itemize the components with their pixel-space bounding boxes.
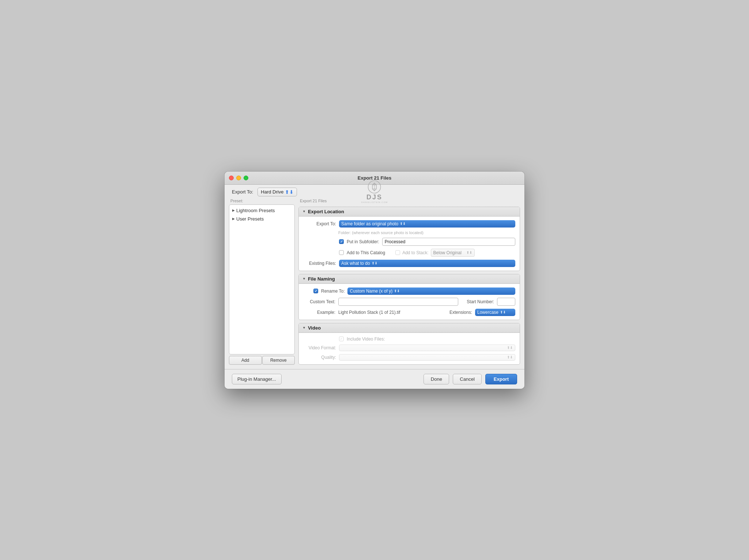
arrows-icon: ⬆⬇ (400, 222, 406, 226)
arrows-icon: ⬆⬇ (507, 356, 513, 359)
existing-files-dropdown[interactable]: Ask what to do ⬆⬇ (339, 260, 515, 267)
section-collapse-icon: ▼ (302, 326, 306, 330)
window-title: Export 21 Files (358, 175, 391, 181)
example-value: Light Pollution Stack (1 of 21).tif (338, 310, 447, 315)
start-number-label: Start Number: (461, 299, 494, 304)
arrows-icon: ⬆⬇ (394, 289, 400, 293)
example-label: Example: (303, 310, 335, 315)
arrows-icon: ⬆⬇ (500, 311, 506, 314)
file-naming-header[interactable]: ▼ File Naming (299, 274, 520, 284)
action-buttons: Done Cancel Export (424, 374, 517, 384)
remove-preset-button[interactable]: Remove (262, 356, 295, 365)
sidebar-item-label: User Presets (236, 216, 264, 222)
catalog-label: Add to This Catalog (347, 250, 385, 255)
export-files-label: Export 21 Files (298, 198, 520, 204)
minimize-button[interactable] (236, 176, 241, 180)
include-video-checkbox: ✓ (339, 337, 344, 341)
subfolder-checkbox[interactable] (339, 239, 344, 244)
subfolder-row: Put in Subfolder: (303, 238, 515, 246)
djs-subtitle: DANIELISTEIN.COM (361, 201, 388, 203)
chevron-up-down-icon: ⬆⬇ (285, 189, 294, 195)
export-to-value: Hard Drive (261, 189, 283, 195)
preset-list: ▶ Lightroom Presets ▶ User Presets (229, 204, 295, 354)
export-location-dropdown[interactable]: Same folder as original photo ⬆⬇ (339, 220, 515, 228)
section-title: Video (308, 325, 321, 331)
arrows-icon: ⬆⬇ (372, 262, 377, 265)
arrows-icon: ⬆⬇ (466, 251, 472, 255)
traffic-lights (229, 176, 248, 180)
djs-logo-icon (368, 180, 381, 193)
cancel-button[interactable]: Cancel (453, 374, 481, 384)
export-location-section: ▼ Export Location Export To: Same folder… (298, 207, 520, 271)
custom-text-row: Custom Text: Start Number: (303, 298, 515, 306)
add-preset-button[interactable]: Add (229, 356, 262, 365)
arrows-icon: ⬆⬇ (507, 346, 513, 350)
collapse-icon: ▶ (232, 208, 235, 212)
rename-checkbox[interactable] (313, 289, 318, 293)
folder-hint-row: Folder: (wherever each source photo is l… (303, 230, 515, 235)
export-location-value: Same folder as original photo (341, 221, 398, 226)
quality-row: Quality: ⬆⬇ (303, 354, 515, 361)
example-row: Example: Light Pollution Stack (1 of 21)… (303, 309, 515, 316)
folder-hint-text: (wherever each source photo is located) (352, 230, 424, 235)
include-video-row: ✓ Include Video Files: (303, 337, 515, 342)
extensions-dropdown[interactable]: Lowercase ⬆⬇ (475, 309, 515, 316)
rename-to-row: Rename To: Custom Name (x of y) ⬆⬇ (303, 287, 515, 295)
export-location-header[interactable]: ▼ Export Location (299, 207, 520, 217)
start-number-input[interactable] (497, 298, 515, 306)
custom-text-label: Custom Text: (303, 299, 335, 304)
done-button[interactable]: Done (424, 374, 449, 384)
collapse-icon: ▶ (232, 217, 235, 221)
video-format-dropdown: ⬆⬇ (339, 345, 515, 351)
quality-label: Quality: (303, 355, 336, 360)
stack-checkbox (395, 250, 400, 255)
section-title: Export Location (308, 209, 344, 214)
sidebar-item-user-presets[interactable]: ▶ User Presets (229, 215, 294, 223)
rename-to-dropdown[interactable]: Custom Name (x of y) ⬆⬇ (347, 287, 515, 295)
bottom-bar: Plug-in Manager... Done Cancel Export (225, 369, 524, 389)
subfolder-input[interactable] (382, 238, 515, 246)
extensions-value: Lowercase (477, 310, 498, 315)
export-location-row: Export To: Same folder as original photo… (303, 220, 515, 228)
custom-text-input[interactable] (338, 298, 458, 306)
rename-to-value: Custom Name (x of y) (350, 289, 392, 294)
djs-text: DJS (366, 193, 383, 201)
export-to-dropdown[interactable]: Hard Drive ⬆⬇ (257, 188, 297, 196)
video-format-row: Video Format: ⬆⬇ (303, 345, 515, 351)
export-to-field-label: Export To: (303, 221, 336, 226)
preset-label: Preset: (229, 198, 295, 204)
below-original-dropdown: Below Original ⬆⬇ (431, 249, 475, 257)
existing-files-row: Existing Files: Ask what to do ⬆⬇ (303, 260, 515, 267)
video-section: ▼ Video ✓ Include Video Files: Video Fo (298, 323, 520, 365)
existing-files-label: Existing Files: (303, 261, 336, 266)
sidebar-item-lightroom-presets[interactable]: ▶ Lightroom Presets (229, 206, 294, 215)
export-to-label: Export To: (232, 189, 253, 195)
subfolder-label: Put in Subfolder: (347, 239, 379, 244)
section-collapse-icon: ▼ (302, 210, 306, 213)
close-button[interactable] (229, 176, 234, 180)
folder-label: Folder: (338, 230, 352, 235)
section-collapse-icon: ▼ (302, 277, 306, 281)
catalog-checkbox[interactable] (339, 250, 344, 255)
export-button[interactable]: Export (485, 374, 517, 384)
export-dialog: Export 21 Files Export To: Hard Drive ⬆⬇… (225, 172, 524, 389)
rename-to-label: Rename To: (321, 289, 345, 294)
include-video-label: Include Video Files: (347, 337, 385, 342)
stack-label: Add to Stack: (402, 250, 428, 255)
extensions-label: Extensions: (449, 310, 472, 315)
section-title: File Naming (308, 276, 335, 282)
video-format-label: Video Format: (303, 345, 336, 350)
video-header[interactable]: ▼ Video (299, 323, 520, 333)
file-naming-section: ▼ File Naming Rename To: Custom Name (x … (298, 274, 520, 320)
existing-files-value: Ask what to do (341, 261, 370, 266)
maximize-button[interactable] (244, 176, 248, 180)
quality-dropdown: ⬆⬇ (339, 354, 515, 361)
below-original-value: Below Original (433, 250, 462, 255)
catalog-row: Add to This Catalog Add to Stack: Below … (303, 249, 515, 257)
plugin-manager-button[interactable]: Plug-in Manager... (232, 374, 282, 384)
sidebar-item-label: Lightroom Presets (236, 208, 275, 213)
